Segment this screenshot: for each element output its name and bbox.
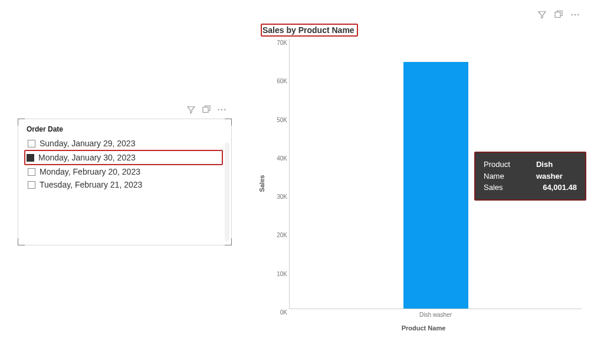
slicer-item-1[interactable]: Monday, January 30, 2023 xyxy=(24,150,223,165)
y-tick-label: 0K xyxy=(270,309,287,316)
slicer-panel: Order Date Sunday, January 29, 2023 Mond… xyxy=(18,119,232,245)
resize-handle-bl[interactable] xyxy=(18,238,25,245)
chart-toolbar xyxy=(537,9,580,22)
slicer-toolbar xyxy=(186,104,227,115)
checkbox-unchecked[interactable] xyxy=(28,168,35,176)
slicer-item-label: Sunday, January 29, 2023 xyxy=(40,139,135,148)
focus-mode-icon[interactable] xyxy=(201,104,212,115)
svg-point-5 xyxy=(572,14,573,15)
chart-tooltip: Product Name Dish washer Sales 64,001.48 xyxy=(474,152,586,201)
x-tick-label: Dish washer xyxy=(419,311,452,318)
filter-icon[interactable] xyxy=(186,104,196,115)
y-tick-label: 50K xyxy=(270,116,287,123)
x-axis-label: Product Name xyxy=(261,324,586,332)
resize-handle-tr[interactable] xyxy=(225,119,232,126)
chart-area: Sales Product Name 0K10K20K30K40K50K60K7… xyxy=(261,37,586,330)
y-tick-label: 70K xyxy=(270,40,287,46)
svg-rect-0 xyxy=(203,107,208,113)
slicer-item-label: Tuesday, February 21, 2023 xyxy=(40,180,142,189)
tooltip-key: Sales xyxy=(484,182,503,194)
slicer-item-label: Monday, February 20, 2023 xyxy=(40,167,140,176)
filter-icon[interactable] xyxy=(537,9,547,22)
y-tick-label: 30K xyxy=(270,194,287,200)
y-tick-label: 40K xyxy=(270,155,287,161)
slicer-item-2[interactable]: Monday, February 20, 2023 xyxy=(27,165,223,178)
y-tick-label: 20K xyxy=(270,232,287,238)
svg-point-1 xyxy=(218,109,219,110)
more-options-icon[interactable] xyxy=(570,9,580,22)
svg-rect-4 xyxy=(555,12,560,18)
tooltip-value: 64,001.48 xyxy=(543,182,577,194)
slicer-item-label: Monday, January 30, 2023 xyxy=(38,153,136,162)
more-options-icon[interactable] xyxy=(216,104,227,115)
slicer-title: Order Date xyxy=(27,125,223,133)
tooltip-value: Dish washer xyxy=(536,159,577,182)
focus-mode-icon[interactable] xyxy=(553,9,564,22)
y-axis-label: Sales xyxy=(258,175,265,192)
y-tick-label: 60K xyxy=(270,78,287,84)
scrollbar[interactable] xyxy=(225,143,229,241)
y-tick-label: 10K xyxy=(270,270,287,277)
svg-point-3 xyxy=(224,109,225,110)
checkbox-unchecked[interactable] xyxy=(28,140,35,147)
sales-by-product-chart: Sales by Product Name Sales Product Name… xyxy=(257,12,592,336)
tooltip-key: Product Name xyxy=(484,159,528,182)
svg-point-2 xyxy=(221,109,222,110)
order-date-slicer: Order Date Sunday, January 29, 2023 Mond… xyxy=(18,119,232,245)
svg-point-7 xyxy=(577,14,579,15)
bar[interactable] xyxy=(403,62,468,309)
chart-title: Sales by Product Name xyxy=(261,24,358,37)
svg-point-6 xyxy=(575,14,576,15)
checkbox-checked[interactable] xyxy=(27,154,34,162)
resize-handle-tl[interactable] xyxy=(18,119,25,126)
slicer-item-3[interactable]: Tuesday, February 21, 2023 xyxy=(27,178,223,191)
slicer-item-0[interactable]: Sunday, January 29, 2023 xyxy=(27,137,223,150)
checkbox-unchecked[interactable] xyxy=(28,181,35,189)
